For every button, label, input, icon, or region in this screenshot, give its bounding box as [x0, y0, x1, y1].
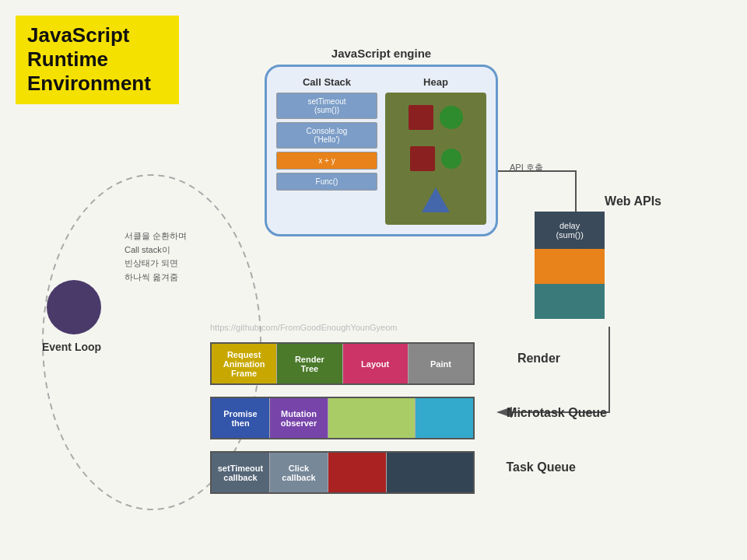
heap-row-1 [409, 105, 463, 130]
render-cell-raf: RequestAnimationFrame [212, 344, 277, 383]
web-apis-box: delay(sum()) [535, 212, 605, 319]
heap-section: Heap [385, 76, 486, 225]
task-click: Clickcallback [270, 453, 328, 492]
render-cell-layout: Layout [343, 344, 409, 383]
render-label: Render [517, 352, 560, 366]
shape-square-1 [409, 105, 433, 130]
task-section: Task Queue setTimeoutcallback Clickcallb… [210, 451, 475, 494]
heap-row-3 [422, 187, 450, 212]
microtask-row: Promisethen Mutationobserver [210, 397, 475, 439]
event-loop-label: Event Loop [33, 341, 110, 353]
microtask-mutation: Mutationobserver [270, 398, 328, 438]
web-api-delay: delay(sum()) [535, 212, 605, 249]
title-box: JavaScript Runtime Environment [16, 16, 179, 104]
render-cell-paint: Paint [409, 344, 473, 383]
shape-circle-2 [441, 149, 461, 169]
stack-item-0: setTimeout(sum()) [276, 93, 377, 119]
web-api-teal [535, 284, 605, 319]
callstack-label: Call Stack [276, 76, 377, 88]
microtask-promise: Promisethen [212, 398, 270, 438]
microtask-green [328, 398, 416, 438]
heap-label: Heap [385, 76, 486, 88]
render-section: Render RequestAnimationFrame RenderTree … [210, 342, 475, 385]
task-red [328, 453, 387, 492]
event-loop-circle [47, 280, 101, 334]
render-row: RequestAnimationFrame RenderTree Layout … [210, 342, 475, 385]
microtask-section: Microtask Queue Promisethen Mutationobse… [210, 397, 475, 439]
web-apis-label: Web APIs [605, 194, 661, 208]
watermark: https://github.com/FromGoodEnoughYounGye… [210, 323, 398, 332]
engine-container: JavaScript engine Call Stack setTimeout(… [265, 47, 498, 236]
render-cell-tree: RenderTree [277, 344, 342, 383]
web-api-orange [535, 249, 605, 284]
stack-item-1: Console.log('Hello') [276, 122, 377, 149]
engine-box: Call Stack setTimeout(sum()) Console.log… [265, 65, 498, 236]
title-text: JavaScript Runtime Environment [27, 23, 167, 96]
shape-circle-1 [440, 106, 463, 129]
engine-label: JavaScript engine [265, 47, 498, 60]
heap-row-2 [410, 146, 461, 171]
task-label: Task Queue [506, 460, 576, 474]
shape-triangle [422, 187, 450, 212]
microtask-cyan [416, 398, 473, 438]
api-call-label: API 호출 [510, 162, 543, 173]
microtask-label: Microtask Queue [507, 406, 607, 420]
heap-box [385, 93, 486, 225]
stack-item-3: Func() [276, 173, 377, 191]
task-row: setTimeoutcallback Clickcallback [210, 451, 475, 494]
web-apis-container: Web APIs delay(sum()) [535, 194, 661, 319]
stack-item-2: x + y [276, 152, 377, 170]
task-darkblue [387, 453, 473, 492]
korean-note: 서클을 순환하며 Call stack이 빈상태가 되면 하나씩 옮겨줌 [124, 229, 187, 284]
shape-square-2 [410, 146, 435, 171]
task-settimeout: setTimeoutcallback [212, 453, 270, 492]
call-stack-section: Call Stack setTimeout(sum()) Console.log… [276, 76, 377, 225]
